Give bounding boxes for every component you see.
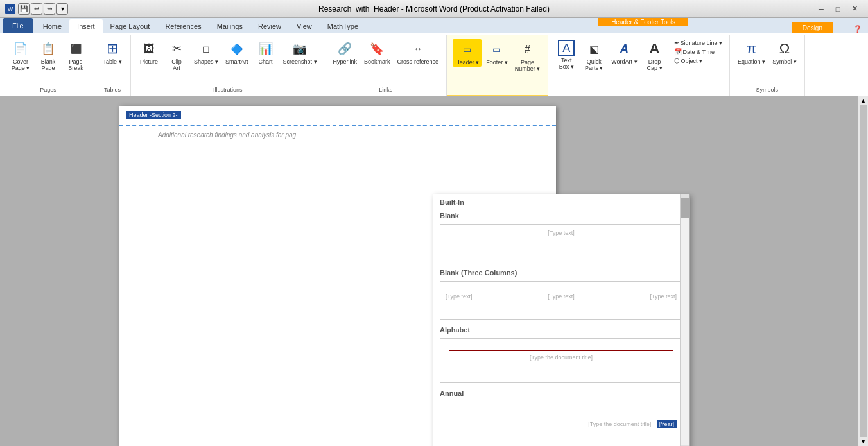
dropdown-scroll-thumb[interactable] xyxy=(681,198,689,218)
ribbon-tabs: File Home Insert Page Layout References … xyxy=(0,18,868,33)
wordart-button[interactable]: A WordArt ▾ xyxy=(609,39,639,66)
picture-icon: 🖼 xyxy=(140,40,158,58)
clip-art-label: ClipArt xyxy=(171,58,182,71)
qat-dropdown-button[interactable]: ▾ xyxy=(56,3,68,15)
tab-home[interactable]: Home xyxy=(35,19,69,33)
three-col-placeholders: [Type text] [Type text] [Type text] xyxy=(446,287,677,306)
word-logo-icon: W xyxy=(5,4,15,14)
blank-page-icon: 📋 xyxy=(39,40,57,58)
save-qat-button[interactable]: 💾 xyxy=(18,3,30,15)
chart-label: Chart xyxy=(259,58,273,65)
header-label: Header ▾ xyxy=(455,59,479,65)
col3-placeholder: [Type text] xyxy=(650,293,677,300)
ribbon-group-text: A TextBox ▾ ⬕ QuickParts ▾ A WordArt ▾ A… xyxy=(548,35,730,96)
hyperlink-icon: 🔗 xyxy=(336,40,354,58)
object-icon: ⬡ xyxy=(674,57,680,64)
signature-line-label: Signature Line ▾ xyxy=(681,40,723,46)
blank-template[interactable]: [Type text] xyxy=(440,224,682,262)
smartart-button[interactable]: 🔷 SmartArt xyxy=(223,39,251,66)
illustrations-group-label: Illustrations xyxy=(213,87,243,94)
tab-file[interactable]: File xyxy=(3,18,33,33)
object-label: Object ▾ xyxy=(681,58,703,64)
dropdown-scrollbar[interactable]: ▲ ▼ xyxy=(680,194,689,446)
scroll-up-arrow[interactable]: ▲ xyxy=(860,98,866,104)
blank-placeholder: [Type text] xyxy=(446,230,677,236)
close-button[interactable]: ✕ xyxy=(846,3,863,15)
smartart-icon: 🔷 xyxy=(228,40,246,58)
help-icon[interactable]: ❓ xyxy=(853,25,862,33)
tab-mathtype[interactable]: MathType xyxy=(320,19,366,33)
ribbon-group-links: 🔗 Hyperlink 🔖 Bookmark ↔ Cross-reference… xyxy=(326,35,447,96)
tables-group-label: Tables xyxy=(104,87,121,94)
footer-label: Footer ▾ xyxy=(486,59,508,65)
drop-cap-button[interactable]: A DropCap ▾ xyxy=(642,39,668,73)
text-box-button[interactable]: A TextBox ▾ xyxy=(553,39,579,71)
symbol-button[interactable]: Ω Symbol ▾ xyxy=(770,39,799,66)
quick-parts-button[interactable]: ⬕ QuickParts ▾ xyxy=(581,39,607,73)
minimize-button[interactable]: ─ xyxy=(813,3,829,15)
blank-page-label: BlankPage xyxy=(41,58,56,71)
undo-qat-button[interactable]: ↩ xyxy=(31,3,42,15)
object-button[interactable]: ⬡ Object ▾ xyxy=(672,56,725,65)
annual-year-placeholder: [Year] xyxy=(657,420,677,428)
equation-button[interactable]: π Equation ▾ xyxy=(735,39,768,66)
ribbon: 📄 CoverPage ▾ 📋 BlankPage ⬛ PageBreak Pa… xyxy=(0,33,868,96)
ribbon-group-symbols: π Equation ▾ Ω Symbol ▾ Symbols xyxy=(730,35,805,96)
illustrations-buttons: 🖼 Picture ✂ ClipArt ◻ Shapes ▾ 🔷 SmartAr… xyxy=(136,36,320,85)
shapes-label: Shapes ▾ xyxy=(194,58,218,65)
blank-page-button[interactable]: 📋 BlankPage xyxy=(35,39,61,73)
shapes-button[interactable]: ◻ Shapes ▾ xyxy=(191,39,221,66)
annual-content: [Type the document title] [Year] xyxy=(446,407,677,428)
annual-template[interactable]: [Type the document title] [Year] xyxy=(440,402,682,440)
symbol-icon: Ω xyxy=(776,40,794,58)
screenshot-button[interactable]: 📷 Screenshot ▾ xyxy=(281,39,320,66)
chart-button[interactable]: 📊 Chart xyxy=(253,39,279,66)
signature-line-button[interactable]: ✒ Signature Line ▾ xyxy=(672,39,725,47)
tab-review[interactable]: Review xyxy=(250,19,289,33)
symbols-group-label: Symbols xyxy=(756,87,779,94)
header-button[interactable]: ▭ Header ▾ xyxy=(453,39,482,67)
scroll-thumb[interactable] xyxy=(860,105,867,437)
alphabet-template[interactable]: [Type the document title] xyxy=(440,338,682,383)
tab-mailings[interactable]: Mailings xyxy=(209,19,250,33)
date-time-icon: 📅 xyxy=(674,48,682,55)
maximize-button[interactable]: □ xyxy=(829,3,846,15)
tab-design[interactable]: Design xyxy=(792,22,833,33)
bookmark-button[interactable]: 🔖 Bookmark xyxy=(361,39,393,66)
cross-reference-label: Cross-reference xyxy=(397,58,439,65)
page-break-icon: ⬛ xyxy=(67,40,85,58)
built-in-label: Built-In xyxy=(433,194,689,208)
page-break-button[interactable]: ⬛ PageBreak xyxy=(63,39,89,73)
ribbon-group-illustrations: 🖼 Picture ✂ ClipArt ◻ Shapes ▾ 🔷 SmartAr… xyxy=(131,35,326,96)
scroll-down-arrow[interactable]: ▼ xyxy=(860,438,866,445)
cover-page-button[interactable]: 📄 CoverPage ▾ xyxy=(8,39,33,73)
wordart-icon: A xyxy=(615,40,633,58)
table-icon: ⊞ xyxy=(103,40,121,58)
hyperlink-button[interactable]: 🔗 Hyperlink xyxy=(331,39,360,66)
page-vertical-scrollbar[interactable]: ▲ ▼ xyxy=(858,96,868,446)
page-break-label: PageBreak xyxy=(68,58,83,71)
table-button[interactable]: ⊞ Table ▾ xyxy=(100,39,125,66)
tab-page-layout[interactable]: Page Layout xyxy=(103,19,158,33)
cross-reference-icon: ↔ xyxy=(409,40,427,58)
text-box-label: TextBox ▾ xyxy=(559,57,574,70)
clip-art-button[interactable]: ✂ ClipArt xyxy=(164,39,189,73)
picture-label: Picture xyxy=(140,58,158,65)
alphabet-line xyxy=(449,350,673,351)
tab-references[interactable]: References xyxy=(157,19,209,33)
tab-view[interactable]: View xyxy=(289,19,320,33)
bookmark-icon: 🔖 xyxy=(368,40,386,58)
page-number-button[interactable]: # PageNumber ▾ xyxy=(512,39,543,73)
footer-button[interactable]: ▭ Footer ▾ xyxy=(483,39,510,67)
picture-button[interactable]: 🖼 Picture xyxy=(136,39,162,66)
date-time-button[interactable]: 📅 Date & Time xyxy=(672,47,725,56)
blank-three-columns-template[interactable]: [Type text] [Type text] [Type text] xyxy=(440,281,682,320)
ribbon-tabs-container: Header & Footer Tools File Home Insert P… xyxy=(0,18,868,33)
tab-insert[interactable]: Insert xyxy=(69,19,103,33)
links-buttons: 🔗 Hyperlink 🔖 Bookmark ↔ Cross-reference xyxy=(331,36,442,85)
text-box-icon: A xyxy=(558,40,575,56)
header-dropdown: Built-In Blank [Type text] Blank (Three … xyxy=(433,194,690,446)
bookmark-label: Bookmark xyxy=(364,58,390,65)
redo-qat-button[interactable]: ↪ xyxy=(44,3,55,15)
cross-reference-button[interactable]: ↔ Cross-reference xyxy=(395,39,442,66)
